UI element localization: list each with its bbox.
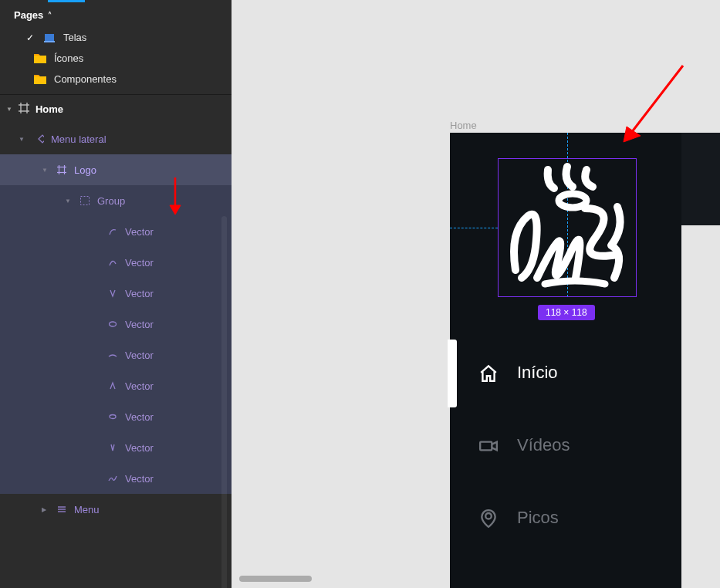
layer-menu[interactable]: ▶ Menu bbox=[0, 494, 232, 525]
layer-vector[interactable]: Vector bbox=[0, 463, 232, 494]
layer-group[interactable]: ▼ Group bbox=[0, 185, 232, 216]
svg-rect-0 bbox=[45, 34, 54, 41]
home-icon bbox=[478, 363, 497, 382]
layer-label: Vector bbox=[125, 411, 225, 423]
layer-vector[interactable]: Vector bbox=[0, 247, 232, 278]
frame-header[interactable]: ▼ Home bbox=[0, 95, 232, 123]
layer-label: Menu bbox=[74, 504, 225, 515]
layer-label: Vector bbox=[125, 226, 225, 238]
svg-line-22 bbox=[631, 66, 683, 133]
component-icon bbox=[32, 133, 45, 145]
pages-label: Pages bbox=[14, 9, 43, 21]
layer-menu-lateral[interactable]: ▼ Menu lateral bbox=[0, 123, 232, 154]
layer-vector[interactable]: Vector bbox=[0, 432, 232, 463]
layer-vector[interactable]: Vector bbox=[0, 340, 232, 370]
layer-label: Vector bbox=[125, 473, 225, 485]
caret-icon: ▼ bbox=[42, 167, 49, 174]
menu-item-picos[interactable]: Picos bbox=[478, 508, 559, 528]
layer-label: Logo bbox=[74, 164, 225, 176]
vector-icon bbox=[106, 256, 119, 269]
vector-icon bbox=[106, 318, 119, 330]
layer-vector[interactable]: Vector bbox=[0, 278, 232, 309]
caret-icon: ▼ bbox=[65, 198, 73, 204]
folder-icon bbox=[34, 74, 46, 85]
artboard-icon bbox=[43, 32, 56, 43]
layer-label: Vector bbox=[125, 319, 225, 330]
layer-logo[interactable]: ▼ Logo bbox=[0, 154, 232, 185]
svg-rect-6 bbox=[39, 135, 44, 143]
layer-vector[interactable]: Vector bbox=[0, 309, 232, 340]
vector-icon bbox=[106, 349, 119, 361]
svg-point-19 bbox=[559, 194, 586, 208]
pages-list: ✓ Telas Ícones Componentes bbox=[0, 27, 232, 94]
menu-label: Início bbox=[517, 363, 558, 383]
page-label: Telas bbox=[63, 32, 86, 43]
active-menu-indicator bbox=[448, 340, 457, 407]
menu-item-videos[interactable]: Vídeos bbox=[478, 435, 570, 455]
layer-vector[interactable]: Vector bbox=[0, 401, 232, 432]
horizontal-scrollbar[interactable] bbox=[239, 576, 312, 582]
page-label: Ícones bbox=[54, 52, 83, 64]
caret-icon: ▼ bbox=[6, 106, 12, 113]
panel-tab-indicator bbox=[0, 0, 232, 3]
alignment-guide-horizontal bbox=[450, 228, 498, 228]
page-label: Componentes bbox=[54, 73, 117, 85]
adjacent-frame bbox=[681, 133, 720, 225]
svg-rect-1 bbox=[44, 41, 55, 42]
pages-section-header[interactable]: Pages ˄ bbox=[0, 3, 232, 27]
page-item-telas[interactable]: ✓ Telas bbox=[0, 27, 232, 48]
svg-point-13 bbox=[110, 415, 116, 419]
check-icon: ✓ bbox=[26, 32, 35, 43]
folder-icon bbox=[34, 53, 46, 64]
frame-name: Home bbox=[35, 103, 63, 115]
layer-label: Vector bbox=[125, 257, 225, 269]
layer-label: Vector bbox=[125, 442, 225, 454]
svg-rect-11 bbox=[81, 197, 90, 205]
layer-label: Group bbox=[97, 195, 225, 207]
page-item-icones[interactable]: Ícones bbox=[0, 48, 232, 69]
canvas[interactable]: Home 118 × bbox=[232, 0, 720, 588]
logo-artwork[interactable] bbox=[502, 162, 633, 293]
vector-icon bbox=[106, 380, 119, 392]
layer-label: Vector bbox=[125, 380, 225, 392]
caret-icon: ▼ bbox=[19, 136, 26, 143]
layer-vector[interactable]: Vector bbox=[0, 216, 232, 247]
vector-icon bbox=[106, 287, 119, 299]
autolayout-icon bbox=[56, 503, 68, 515]
layers-panel: Pages ˄ ✓ Telas Ícones Compon bbox=[0, 0, 232, 588]
camera-icon bbox=[478, 436, 497, 455]
frame-icon bbox=[19, 103, 29, 116]
chevron-up-icon: ˄ bbox=[48, 11, 52, 19]
menu-item-inicio[interactable]: Início bbox=[478, 363, 558, 383]
canvas-frame-label[interactable]: Home bbox=[450, 120, 477, 131]
svg-rect-20 bbox=[480, 442, 492, 451]
menu-label: Vídeos bbox=[517, 435, 570, 455]
frame-icon bbox=[56, 164, 68, 176]
layer-label: Vector bbox=[125, 288, 225, 299]
group-icon bbox=[79, 194, 91, 207]
vector-icon bbox=[106, 441, 119, 454]
pin-icon bbox=[478, 509, 497, 527]
svg-point-21 bbox=[485, 513, 492, 519]
menu-label: Picos bbox=[517, 508, 559, 528]
layer-label: Vector bbox=[125, 350, 225, 361]
page-item-componentes[interactable]: Componentes bbox=[0, 69, 232, 90]
selection-size-badge: 118 × 118 bbox=[538, 305, 595, 320]
vector-icon bbox=[106, 472, 119, 485]
svg-point-12 bbox=[110, 322, 117, 326]
vector-icon bbox=[106, 411, 119, 423]
scrollbar[interactable] bbox=[221, 216, 227, 588]
vector-icon bbox=[106, 225, 119, 238]
layer-vector[interactable]: Vector bbox=[0, 370, 232, 401]
layer-label: Menu lateral bbox=[51, 133, 225, 145]
caret-icon: ▶ bbox=[42, 506, 49, 513]
layers-tree: ▼ Menu lateral ▼ Logo ▼ Group bbox=[0, 123, 232, 588]
